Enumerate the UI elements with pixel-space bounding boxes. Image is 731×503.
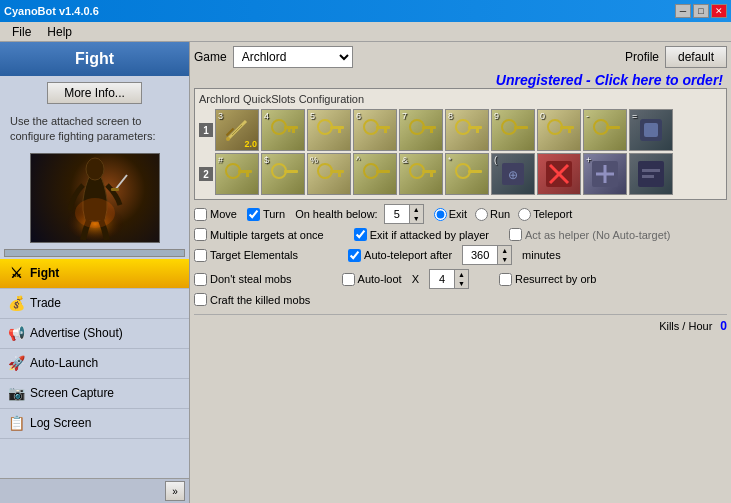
move-label[interactable]: Move <box>210 208 237 220</box>
svg-rect-35 <box>238 170 252 173</box>
slot-star[interactable]: * <box>445 153 489 195</box>
craft-label[interactable]: Craft the killed mobs <box>210 294 310 306</box>
minimize-button[interactable]: ─ <box>675 4 691 18</box>
dont-steal-check: Don't steal mobs <box>194 273 292 286</box>
sidebar-item-advertise[interactable]: 📢 Advertise (Shout) <box>0 319 189 349</box>
health-decrement[interactable]: ▼ <box>409 214 423 223</box>
slot-paren[interactable]: ( ⊕ <box>491 153 535 195</box>
multiple-targets-checkbox[interactable] <box>194 228 207 241</box>
slot-minus[interactable]: - <box>583 109 627 151</box>
turn-check: Turn <box>247 208 285 221</box>
slot-9[interactable]: 9 <box>491 109 535 151</box>
auto-loot-label[interactable]: Auto-loot <box>358 273 402 285</box>
options-row-1: Move Turn On health below: 5 ▲ ▼ <box>194 204 727 224</box>
sidebar-item-fight-label: Fight <box>30 266 59 280</box>
slot-7[interactable]: 7 <box>399 109 443 151</box>
turn-checkbox[interactable] <box>247 208 260 221</box>
dont-steal-label[interactable]: Don't steal mobs <box>210 273 292 285</box>
svg-rect-57 <box>638 161 664 187</box>
slot-red[interactable] <box>537 153 581 195</box>
act-helper-checkbox[interactable] <box>509 228 522 241</box>
more-info-button[interactable]: More Info... <box>47 82 142 104</box>
target-elementals-checkbox[interactable] <box>194 249 207 262</box>
sidebar-description: Use the attached screen to configure fig… <box>0 110 189 149</box>
resurrect-checkbox[interactable] <box>499 273 512 286</box>
sidebar-item-auto-launch[interactable]: 🚀 Auto-Launch <box>0 349 189 379</box>
slot-equals[interactable]: = <box>629 109 673 151</box>
slot-amp[interactable]: & <box>399 153 443 195</box>
quickslots-box: Archlord QuickSlots Configuration 1 3 <box>194 88 727 200</box>
teleport-radio-label[interactable]: Teleport <box>533 208 572 220</box>
exit-radio-label[interactable]: Exit <box>449 208 467 220</box>
act-helper-label[interactable]: Act as helper (No Auto-target) <box>525 229 671 241</box>
auto-teleport-buttons: ▲ ▼ <box>497 246 511 264</box>
slot-6[interactable]: 6 <box>353 109 397 151</box>
slots-row-2: 2 # $ <box>199 153 722 195</box>
slot-caret[interactable]: ^ <box>353 153 397 195</box>
auto-teleport-label[interactable]: Auto-teleport after <box>364 249 452 261</box>
exit-radio[interactable] <box>434 208 447 221</box>
window-controls: ─ □ ✕ <box>675 4 727 18</box>
resurrect-label[interactable]: Resurrect by orb <box>515 273 596 285</box>
slots-grid: 1 3 2.0 4 <box>199 109 722 195</box>
maximize-button[interactable]: □ <box>693 4 709 18</box>
svg-rect-24 <box>476 129 479 133</box>
svg-rect-12 <box>288 129 291 132</box>
exit-attacked-label[interactable]: Exit if attacked by player <box>370 229 489 241</box>
craft-checkbox[interactable] <box>194 293 207 306</box>
exit-attacked-checkbox[interactable] <box>354 228 367 241</box>
auto-loot-decrement[interactable]: ▼ <box>454 279 468 288</box>
close-button[interactable]: ✕ <box>711 4 727 18</box>
svg-point-25 <box>502 120 516 134</box>
auto-teleport-decrement[interactable]: ▼ <box>497 255 511 264</box>
slot-4[interactable]: 4 <box>261 109 305 151</box>
svg-line-2 <box>115 175 127 190</box>
fight-icon: ⚔ <box>8 265 24 281</box>
svg-point-44 <box>410 164 424 178</box>
capture-icon: 📷 <box>8 385 24 401</box>
slot-mixed[interactable]: + <box>583 153 627 195</box>
health-increment[interactable]: ▲ <box>409 205 423 214</box>
slot-3[interactable]: 3 2.0 <box>215 109 259 151</box>
nav-more-button[interactable]: » <box>165 481 185 501</box>
game-select[interactable]: Archlord <box>233 46 353 68</box>
multiple-targets-label[interactable]: Multiple targets at once <box>210 229 324 241</box>
auto-teleport-checkbox[interactable] <box>348 249 361 262</box>
unreg-banner[interactable]: Unregistered - Click here to order! <box>194 72 723 88</box>
run-radio-label[interactable]: Run <box>490 208 510 220</box>
dont-steal-checkbox[interactable] <box>194 273 207 286</box>
sidebar-item-screen-capture[interactable]: 📷 Screen Capture <box>0 379 189 409</box>
slot-5[interactable]: 5 <box>307 109 351 151</box>
sidebar-item-log[interactable]: 📋 Log Screen <box>0 409 189 439</box>
options-row-4: Don't steal mobs Auto-loot X 4 ▲ ▼ Resur <box>194 269 727 289</box>
slot-percent[interactable]: % <box>307 153 351 195</box>
auto-teleport-value: 360 <box>463 246 497 264</box>
auto-loot-checkbox[interactable] <box>342 273 355 286</box>
auto-loot-increment[interactable]: ▲ <box>454 270 468 279</box>
exit-radio-item: Exit <box>434 208 467 221</box>
sidebar-scrollbar[interactable] <box>4 249 185 257</box>
turn-label[interactable]: Turn <box>263 208 285 220</box>
auto-teleport-increment[interactable]: ▲ <box>497 246 511 255</box>
slot-hash[interactable]: # <box>215 153 259 195</box>
sidebar-item-trade[interactable]: 💰 Trade <box>0 289 189 319</box>
run-radio[interactable] <box>475 208 488 221</box>
sidebar-item-fight[interactable]: ⚔ Fight <box>0 259 189 289</box>
multiple-targets-check: Multiple targets at once <box>194 228 324 241</box>
target-elementals-label[interactable]: Target Elementals <box>210 249 298 261</box>
nav-bottom: » <box>0 478 189 503</box>
options-row-2: Multiple targets at once Exit if attacke… <box>194 228 727 241</box>
teleport-radio[interactable] <box>518 208 531 221</box>
key-icon-star <box>450 157 484 191</box>
menu-help[interactable]: Help <box>39 23 80 41</box>
move-checkbox[interactable] <box>194 208 207 221</box>
svg-rect-43 <box>376 170 390 173</box>
menu-file[interactable]: File <box>4 23 39 41</box>
svg-rect-38 <box>284 170 298 173</box>
profile-button[interactable]: default <box>665 46 727 68</box>
slot-last[interactable] <box>629 153 673 195</box>
slot-0[interactable]: 0 <box>537 109 581 151</box>
advertise-icon: 📢 <box>8 325 24 341</box>
slot-dollar[interactable]: $ <box>261 153 305 195</box>
slot-8[interactable]: 8 <box>445 109 489 151</box>
